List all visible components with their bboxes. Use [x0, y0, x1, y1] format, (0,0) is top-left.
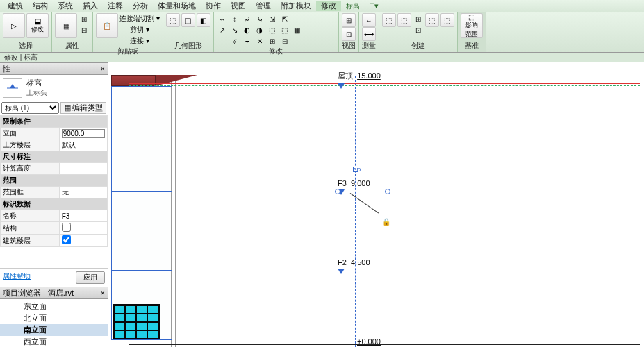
- geom-btn-2[interactable]: ◫: [181, 13, 195, 27]
- move-button[interactable]: ↕: [229, 13, 240, 24]
- close-icon[interactable]: ×: [101, 289, 105, 297]
- 3d-2d-toggle[interactable]: 3D: [353, 167, 358, 172]
- join-geom-button[interactable]: 连接 ▾: [119, 35, 160, 46]
- prop-struct-check[interactable]: [62, 223, 71, 232]
- paste-button[interactable]: 📋: [96, 13, 118, 38]
- tree-node[interactable]: 北立面: [0, 312, 108, 324]
- level-value[interactable]: 15.000: [357, 71, 381, 80]
- props-palette-button[interactable]: ▦: [55, 13, 77, 38]
- view-btn-2[interactable]: ⊡: [342, 27, 356, 41]
- menu-annot[interactable]: 注释: [103, 1, 128, 11]
- level-value[interactable]: 9.000: [351, 179, 370, 187]
- scale-button[interactable]: ◑: [254, 24, 265, 35]
- prop-scope-val[interactable]: 无: [59, 187, 107, 198]
- measure-btn-2[interactable]: ⟷: [362, 27, 376, 41]
- modify-button[interactable]: ⬓修改: [26, 13, 49, 38]
- rotate-button[interactable]: ⤾: [242, 13, 253, 24]
- menu-manage[interactable]: 管理: [251, 1, 276, 11]
- level-line-roof[interactable]: [129, 83, 640, 84]
- menu-insert[interactable]: 插入: [78, 1, 103, 11]
- prop-calc-val[interactable]: [59, 163, 107, 175]
- array-button[interactable]: ◐: [242, 24, 253, 35]
- prop-name-val[interactable]: F3: [59, 210, 107, 222]
- properties-header[interactable]: 性×: [0, 62, 108, 75]
- prop-elev-input[interactable]: [62, 129, 105, 138]
- edit-type-button[interactable]: ▦编辑类型: [60, 102, 106, 114]
- tree-node[interactable]: 西立面: [0, 336, 108, 347]
- geom-btn-1[interactable]: ⬚: [166, 13, 180, 27]
- geom-btn-3[interactable]: ◧: [197, 13, 210, 27]
- grid-line[interactable]: [355, 76, 356, 347]
- propagate-extents-button[interactable]: ⬚影响 范围: [461, 13, 483, 38]
- roof-element[interactable]: [111, 75, 156, 86]
- level-tag-f2[interactable]: F2 4.500: [338, 258, 370, 275]
- level-tag-f3[interactable]: F3 9.000: [338, 179, 370, 196]
- unpin-button[interactable]: ⬚: [279, 24, 290, 35]
- level-value[interactable]: 4.500: [351, 258, 370, 266]
- group-button[interactable]: ▦: [292, 24, 303, 35]
- close-icon[interactable]: ×: [101, 65, 105, 73]
- level-line-base[interactable]: [129, 344, 640, 345]
- roof-slope[interactable]: [156, 75, 197, 86]
- demolish-button[interactable]: ⫽: [229, 35, 240, 46]
- create-btn-3[interactable]: ⊞: [413, 13, 424, 24]
- project-browser[interactable]: 东立面北立面南立面西立面⊞ 图例⊞ 明细表/数量⊟ 图纸 (全部)⊞ 001 -…: [0, 299, 108, 347]
- prop-bldg-check[interactable]: [62, 235, 71, 244]
- tree-node[interactable]: 东立面: [0, 301, 108, 312]
- menu-arch[interactable]: 建筑: [3, 1, 28, 11]
- ribbon-label-measure: 测量: [362, 41, 376, 51]
- prop-above-val[interactable]: 默认: [59, 139, 107, 151]
- menu-sys[interactable]: 系统: [53, 1, 78, 11]
- level-end-handle[interactable]: [385, 189, 390, 194]
- menu-ext[interactable]: □▾: [365, 1, 383, 10]
- linework-button[interactable]: ⊟: [279, 35, 290, 46]
- trim-button[interactable]: ⇲: [267, 13, 278, 24]
- split-button[interactable]: ⋯: [292, 13, 303, 24]
- delete-button[interactable]: —: [217, 35, 228, 46]
- coping-button[interactable]: 连接端切割 ▾: [119, 13, 160, 24]
- pin-button[interactable]: ⬚: [267, 24, 278, 35]
- lock-icon[interactable]: 🔒: [382, 218, 390, 226]
- copy-button[interactable]: ↘: [229, 24, 240, 35]
- divide-button[interactable]: ÷: [242, 35, 253, 46]
- menu-view[interactable]: 视图: [226, 1, 251, 11]
- create-btn-2[interactable]: ⬚: [397, 13, 411, 27]
- create-btn-4[interactable]: ⊡: [413, 24, 424, 35]
- family-props-button[interactable]: ⊟: [79, 24, 90, 35]
- menu-sub-level[interactable]: 标高: [341, 1, 365, 11]
- align-button[interactable]: ↔: [217, 13, 228, 24]
- create-btn-6[interactable]: ⬚: [440, 13, 454, 27]
- building-outline[interactable]: [111, 192, 172, 271]
- drawing-canvas[interactable]: 屋顶 15.000 F3 9.000 3D 🔒 F2 4.500 +0.000: [108, 62, 644, 347]
- match-button[interactable]: ⊞: [267, 35, 278, 46]
- instance-select[interactable]: 标高 (1): [1, 102, 59, 114]
- measure-btn-1[interactable]: ↔: [362, 13, 376, 27]
- menu-analy[interactable]: 分析: [128, 1, 153, 11]
- offset-button[interactable]: ↗: [217, 24, 228, 35]
- level-tag-roof[interactable]: 屋顶 15.000: [338, 71, 381, 90]
- tree-node[interactable]: 南立面: [0, 324, 108, 336]
- menu-struct[interactable]: 结构: [28, 1, 53, 11]
- level-value[interactable]: +0.000: [357, 337, 381, 346]
- browser-header[interactable]: 项目浏览器 - 酒店.rvt×: [0, 287, 108, 299]
- type-props-button[interactable]: ⊞: [79, 13, 90, 24]
- menu-mass[interactable]: 体量和场地: [153, 1, 201, 11]
- extend-button[interactable]: ⇱: [279, 13, 290, 24]
- props-help-link[interactable]: 属性帮助: [3, 271, 31, 284]
- create-btn-1[interactable]: ⬚: [382, 13, 396, 27]
- gap-button[interactable]: ✕: [254, 35, 265, 46]
- create-btn-5[interactable]: ⬚: [425, 13, 439, 27]
- menu-addin[interactable]: 附加模块: [276, 1, 316, 11]
- level-end-handle[interactable]: [335, 189, 340, 194]
- mirror-button[interactable]: ⤿: [254, 13, 265, 24]
- view-btn-1[interactable]: ⊞: [342, 13, 356, 27]
- cut-geom-button[interactable]: 剪切 ▾: [119, 24, 160, 35]
- level-tag-base[interactable]: +0.000: [357, 337, 381, 346]
- menu-modify[interactable]: 修改: [316, 1, 341, 11]
- menu-collab[interactable]: 协作: [201, 1, 226, 11]
- select-arrow-button[interactable]: ▷: [3, 13, 25, 38]
- level-line-f2[interactable]: [129, 271, 640, 271]
- apply-button[interactable]: 应用: [76, 271, 105, 284]
- building-outline[interactable]: [111, 271, 172, 340]
- building-outline[interactable]: [111, 86, 172, 192]
